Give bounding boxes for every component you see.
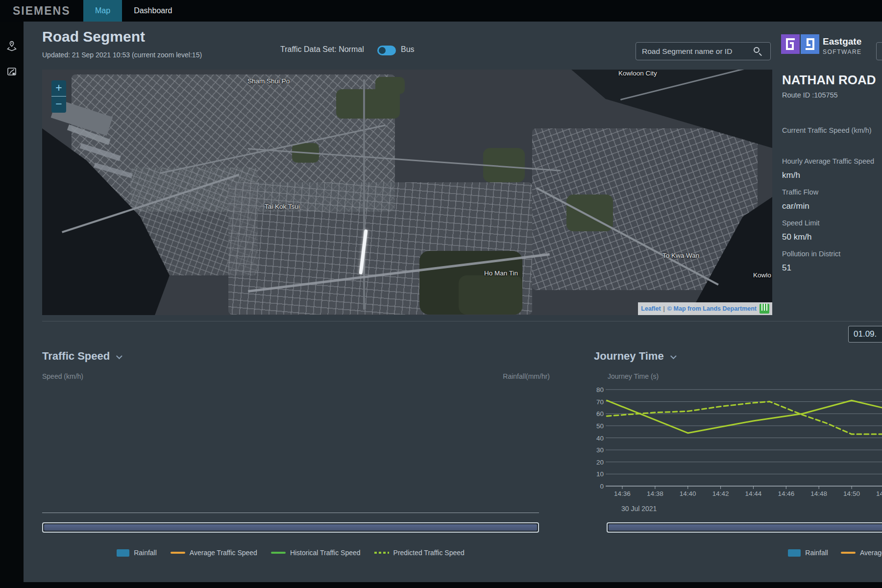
predicted-swatch-icon: [374, 552, 389, 554]
journey-time-date-label: 30 Jul 2021: [621, 505, 657, 513]
siemens-logo: SIEMENS: [13, 0, 71, 22]
lands-department-logo-icon: [760, 304, 769, 314]
section-divider: [42, 321, 882, 321]
legend-rainfall[interactable]: Rainfall: [788, 549, 828, 557]
svg-text:60: 60: [596, 410, 604, 417]
map-label-ho-man-tin: Ho Man Tin: [484, 270, 518, 277]
page-title: Road Segment: [42, 28, 145, 45]
svg-text:30: 30: [596, 446, 604, 454]
search-icon[interactable]: [754, 47, 762, 56]
map-canvas[interactable]: Sham Shui Po Kowloon City Tai Kok Tsui H…: [42, 70, 772, 315]
svg-text:14:44: 14:44: [745, 490, 762, 497]
svg-text:20: 20: [596, 459, 604, 466]
traffic-speed-legend: Rainfall Average Traffic Speed Historica…: [42, 549, 539, 557]
road-details-panel: NATHAN ROAD Route ID :105755 Current Tra…: [782, 73, 882, 280]
search-lens: [754, 47, 760, 53]
eastgate-logo-right-square: [801, 34, 819, 54]
traffic-speed-axis-labels: Speed (km/h) Rainfall(mm/hr): [42, 372, 550, 380]
rainfall-swatch-icon: [117, 549, 129, 557]
eastgate-logo-left-square: [781, 34, 800, 54]
search-input[interactable]: [636, 42, 771, 60]
field-speed-limit: Speed Limit 50 km/h: [782, 218, 882, 243]
average-swatch-icon: [841, 552, 856, 554]
svg-text:0: 0: [600, 483, 604, 490]
left-icon-rail: [0, 22, 24, 588]
field-pollution: Pollution in District 51: [782, 249, 882, 273]
dataset-toggle[interactable]: [377, 46, 396, 55]
lands-department-link[interactable]: © Map from Lands Department: [667, 305, 757, 312]
journey-time-legend: Rainfall Average Jour: [607, 549, 882, 557]
traffic-speed-title[interactable]: Traffic Speed: [42, 350, 120, 363]
svg-text:14:40: 14:40: [680, 490, 696, 497]
journey-time-title[interactable]: Journey Time: [594, 350, 674, 363]
legend-average-journey-time[interactable]: Average Jour: [841, 549, 882, 557]
legend-rainfall[interactable]: Rainfall: [117, 549, 157, 557]
search-tail: [759, 53, 762, 56]
svg-text:14:36: 14:36: [614, 490, 631, 497]
eastgate-logo-name: Eastgate: [823, 36, 861, 47]
eastgate-logo-sub: SOFTWARE: [823, 49, 862, 55]
map-label-kowloon-city: Kowloon City: [618, 70, 657, 77]
map-park: [375, 77, 405, 94]
bottom-strip: [0, 582, 882, 588]
legend-predicted-traffic-speed[interactable]: Predicted Traffic Speed: [374, 549, 465, 557]
journey-time-axis-label: Journey Time (s): [608, 372, 659, 380]
dataset-bus-label: Bus: [401, 45, 415, 54]
updated-timestamp: Updated: 21 Sep 2021 10:53 (current zoom…: [42, 51, 202, 59]
svg-text:14:52: 14:52: [876, 490, 882, 497]
map-road-nathan: [363, 79, 365, 310]
map-hill-park: [459, 275, 522, 315]
tab-map[interactable]: Map: [83, 0, 122, 22]
route-id: Route ID :105755: [782, 91, 882, 99]
journey-time-plot[interactable]: 0102030405060708014:3614:3814:4014:4214:…: [593, 381, 882, 501]
svg-text:40: 40: [596, 435, 604, 442]
field-hourly-average-speed: Hourly Average Traffic Speed km/h: [782, 156, 882, 181]
historical-swatch-icon: [271, 552, 286, 554]
zoom-in-button[interactable]: +: [51, 80, 66, 97]
rainfall-swatch-icon: [788, 549, 801, 557]
speed-axis-label: Speed (km/h): [42, 372, 83, 380]
road-name: NATHAN ROAD: [782, 73, 882, 88]
map-label-kowloon-cut: Kowlo: [753, 271, 771, 279]
field-traffic-flow: Traffic Flow car/min: [782, 187, 882, 212]
attribution-separator: |: [663, 305, 665, 312]
tab-dashboard[interactable]: Dashboard: [122, 0, 184, 22]
map-label-to-kwa-wan: To Kwa Wan: [662, 252, 699, 259]
rainfall-axis-label: Rainfall(mm/hr): [503, 372, 550, 380]
traffic-speed-plot[interactable]: [42, 385, 539, 513]
svg-text:50: 50: [596, 422, 604, 430]
svg-text:14:46: 14:46: [778, 490, 794, 497]
journey-time-range-slider[interactable]: [607, 522, 882, 533]
svg-text:14:48: 14:48: [810, 490, 827, 497]
toggle-knob: [379, 47, 386, 54]
traffic-speed-range-slider[interactable]: [42, 522, 539, 533]
svg-text:14:50: 14:50: [843, 490, 860, 497]
map-attribution: Leaflet | © Map from Lands Department: [638, 302, 772, 315]
map-pin-icon[interactable]: [6, 40, 18, 52]
zoom-out-button[interactable]: −: [51, 97, 66, 113]
cut-off-control[interactable]: [876, 42, 882, 60]
route-map-icon[interactable]: [6, 66, 18, 77]
nav-tabs: Map Dashboard: [83, 0, 184, 22]
average-swatch-icon: [171, 552, 185, 554]
svg-text:70: 70: [596, 398, 604, 406]
map-label-sham-shui-po: Sham Shui Po: [247, 77, 290, 85]
leaflet-link[interactable]: Leaflet: [641, 305, 661, 312]
svg-text:14:38: 14:38: [647, 490, 663, 497]
field-current-traffic-speed: Current Traffic Speed (km/h): [782, 125, 882, 150]
top-bar: SIEMENS Map Dashboard: [0, 0, 882, 22]
dataset-toggle-label: Traffic Data Set: Normal: [280, 45, 364, 54]
map-label-tai-kok-tsui: Tai Kok Tsui: [265, 203, 300, 210]
legend-historical-traffic-speed[interactable]: Historical Traffic Speed: [271, 549, 361, 557]
date-picker[interactable]: [848, 326, 882, 343]
app-root: SIEMENS Map Dashboard Road Segment Updat…: [0, 0, 882, 588]
svg-text:14:42: 14:42: [712, 490, 729, 497]
map-zoom-control: + −: [51, 80, 66, 113]
svg-text:10: 10: [596, 470, 604, 478]
legend-average-traffic-speed[interactable]: Average Traffic Speed: [171, 549, 257, 557]
svg-text:80: 80: [596, 386, 604, 393]
